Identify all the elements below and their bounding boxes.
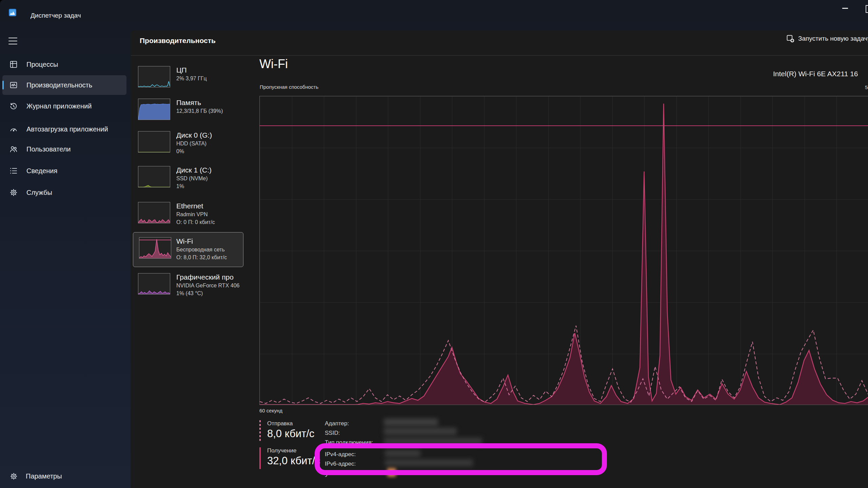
sidebar-item-app-history[interactable]: Журнал приложений — [0, 99, 131, 113]
adapter-name: Intel(R) Wi-Fi 6E AX211 16 — [773, 70, 858, 78]
chart-caption: Пропускная способность — [260, 84, 318, 90]
section-title: Wi-Fi — [259, 57, 288, 71]
send-legend-label: Отправка — [267, 420, 293, 427]
redacted-value — [384, 419, 438, 426]
time-axis-label: 60 секунд — [259, 408, 282, 413]
perf-item-name: Диск 1 (C:) — [176, 166, 253, 174]
perf-item-name: Диск 0 (G:) — [176, 131, 253, 139]
perf-item-minichart — [138, 273, 170, 294]
run-new-task-button[interactable]: Запустить новую задачу — [786, 34, 868, 43]
perf-item-minichart — [138, 202, 170, 223]
sidebar-item-settings[interactable]: Параметры — [0, 470, 131, 483]
task-manager-logo — [8, 8, 17, 17]
page-title: Производительность — [140, 37, 216, 45]
minimize-icon[interactable] — [842, 8, 848, 9]
window-title: Диспетчер задач — [31, 12, 81, 19]
processes-grid-icon — [9, 60, 18, 69]
services-gear-icon — [9, 188, 18, 197]
scale-max-label: 50 — [865, 84, 868, 90]
perf-item-minichart — [138, 66, 170, 87]
new-task-icon — [786, 34, 795, 43]
sidebar-item-label: Автозагрузка приложений — [26, 124, 121, 134]
receive-legend-label: Получение — [267, 447, 296, 454]
perf-item-detail: SSD (NVMe) — [176, 176, 253, 182]
sidebar-item-label: Процессы — [26, 59, 121, 69]
perf-item-name: Память — [176, 99, 253, 107]
startup-gauge-icon — [9, 125, 18, 134]
history-clock-icon — [9, 102, 18, 110]
redacted-value — [384, 428, 457, 435]
perf-item-name: Ethernet — [176, 202, 253, 210]
sidebar-item-label: Сведения — [26, 166, 121, 176]
hamburger-icon[interactable] — [8, 37, 18, 45]
sidebar-item-label: Пользователи — [26, 144, 121, 154]
task-manager-window: Диспетчер задач ПроцессыПроизводительнос… — [0, 0, 868, 488]
screen: Диспетчер задач ПроцессыПроизводительнос… — [0, 0, 868, 488]
perf-item-minichart — [139, 237, 171, 259]
perf-item-detail: 1% (43 °C) — [176, 290, 253, 297]
sidebar-item-users[interactable]: Пользователи — [0, 142, 131, 156]
perf-item-detail: О: 0 П: 0 кбит/с — [176, 219, 253, 225]
detail-label: Адаптер: — [325, 420, 349, 427]
perf-item-detail: Radmin VPN — [176, 211, 253, 218]
perf-item-detail: Беспроводная сеть — [176, 247, 253, 253]
perf-item-detail: 12,3/31,8 ГБ (39%) — [176, 108, 253, 114]
sidebar-item-performance[interactable]: Производительность — [0, 75, 131, 95]
users-icon — [9, 145, 18, 154]
perf-item-detail: NVIDIA GeForce RTX 406 — [176, 283, 253, 289]
header-divider — [131, 55, 868, 56]
sidebar-item-startup[interactable]: Автозагрузка приложений — [0, 119, 131, 140]
send-value: 8,0 кбит/с — [267, 428, 314, 440]
maximize-icon[interactable] — [866, 5, 868, 13]
sidebar-item-label: Службы — [26, 187, 121, 198]
sidebar-item-details[interactable]: Сведения — [0, 164, 131, 178]
perf-item-detail: 0% — [176, 148, 253, 155]
highlight-annotation — [315, 443, 607, 475]
settings-gear-icon — [9, 472, 18, 481]
perf-item-minichart — [138, 166, 170, 187]
perf-item-minichart — [138, 131, 170, 152]
receive-value: 32,0 кбит/с — [267, 455, 320, 467]
performance-pulse-icon — [9, 81, 18, 89]
details-list-icon — [9, 166, 18, 175]
sidebar-item-label: Журнал приложений — [26, 101, 121, 111]
perf-item-minichart — [138, 99, 170, 120]
perf-item-detail: 2% 3,97 ГГц — [176, 76, 253, 82]
detail-label: SSID: — [325, 430, 340, 436]
perf-item-name: Wi-Fi — [176, 237, 253, 245]
sidebar-item-processes[interactable]: Процессы — [0, 58, 131, 71]
perf-item-detail: HDD (SATA) — [176, 141, 253, 147]
receive-legend-swatch — [259, 447, 261, 469]
sidebar-item-label: Параметры — [26, 472, 62, 480]
sidebar-item-label: Производительность — [26, 80, 121, 90]
sidebar-item-services[interactable]: Службы — [0, 186, 131, 199]
perf-item-detail: 1% — [176, 183, 253, 189]
perf-item-name: ЦП — [176, 66, 253, 74]
perf-item-detail: О: 8,0 П: 32,0 кбит/с — [176, 255, 253, 261]
perf-item-name: Графический про — [176, 273, 253, 281]
send-legend-swatch — [259, 420, 261, 441]
throughput-chart — [259, 96, 868, 405]
run-new-task-label: Запустить новую задачу — [798, 35, 868, 42]
throughput-series — [260, 96, 868, 405]
